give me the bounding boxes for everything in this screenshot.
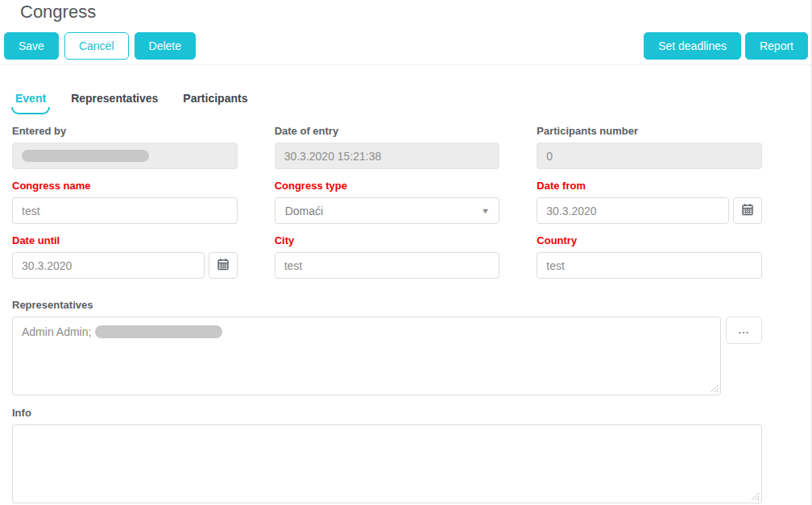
field-entered-by: Entered by: [12, 125, 238, 169]
city-label: City: [275, 234, 500, 246]
toolbar: Save Cancel Delete Set deadlines Report: [0, 32, 812, 60]
date-until-calendar-button[interactable]: [209, 252, 238, 279]
toolbar-left-group: Save Cancel Delete: [4, 32, 196, 60]
field-city: City: [275, 234, 500, 279]
event-form: Entered by Date of entry Participants nu…: [12, 125, 762, 279]
redaction-pill: [22, 150, 149, 162]
redaction-pill: [95, 325, 222, 338]
representatives-textarea[interactable]: Admin Admin;: [12, 317, 721, 395]
date-until-group: [12, 252, 238, 279]
participants-number-field: [536, 143, 762, 169]
participants-number-label: Participants number: [536, 125, 762, 137]
info-label: Info: [12, 407, 762, 419]
representatives-row: Admin Admin; ...: [12, 317, 762, 395]
representatives-value: Admin Admin;: [22, 325, 91, 338]
set-deadlines-button[interactable]: Set deadlines: [644, 32, 741, 60]
info-textarea[interactable]: [12, 424, 762, 503]
date-of-entry-label: Date of entry: [275, 125, 500, 137]
entered-by-label: Entered by: [12, 125, 238, 137]
cancel-button[interactable]: Cancel: [64, 32, 129, 60]
congress-name-label: Congress name: [12, 180, 238, 192]
congress-type-selected-value: Domaći: [285, 205, 323, 217]
congress-name-field[interactable]: [12, 197, 238, 224]
date-from-label: Date from: [536, 180, 762, 192]
info-section: Info: [12, 407, 762, 503]
tab-representatives[interactable]: Representatives: [69, 92, 160, 113]
tab-strip: Event Representatives Participants: [0, 65, 812, 113]
country-field[interactable]: [536, 252, 762, 279]
field-congress-name: Congress name: [12, 180, 238, 224]
city-field[interactable]: [275, 252, 500, 279]
date-from-field[interactable]: [536, 197, 729, 224]
resize-grip-icon[interactable]: [751, 492, 760, 501]
calendar-icon: [741, 203, 754, 218]
save-button[interactable]: Save: [4, 32, 59, 60]
entered-by-field: [12, 143, 238, 169]
representatives-label: Representatives: [12, 299, 762, 311]
resize-grip-icon[interactable]: [710, 384, 719, 393]
date-from-group: [536, 197, 762, 224]
field-date-of-entry: Date of entry: [275, 125, 500, 169]
field-date-until: Date until: [12, 234, 238, 279]
chevron-down-icon: ▼: [481, 207, 491, 215]
country-label: Country: [536, 234, 762, 246]
congress-type-label: Congress type: [275, 180, 500, 192]
date-until-label: Date until: [12, 234, 238, 246]
field-congress-type: Congress type Domaći ▼: [275, 180, 500, 224]
form-row-3: Date until City: [12, 234, 762, 279]
calendar-icon: [217, 258, 230, 273]
date-from-calendar-button[interactable]: [733, 197, 762, 224]
representatives-section: Representatives Admin Admin; ...: [12, 299, 762, 395]
field-participants-number: Participants number: [536, 125, 762, 169]
form-row-1: Entered by Date of entry Participants nu…: [12, 125, 762, 169]
report-button[interactable]: Report: [745, 32, 808, 60]
congress-type-select[interactable]: Domaći ▼: [275, 197, 500, 224]
tab-event[interactable]: Event: [14, 92, 48, 113]
tab-participants[interactable]: Participants: [181, 92, 249, 113]
representatives-picker-button[interactable]: ...: [726, 317, 762, 344]
date-until-field[interactable]: [12, 252, 205, 279]
delete-button[interactable]: Delete: [135, 32, 196, 60]
page-title: Congress: [0, 0, 812, 22]
field-date-from: Date from: [536, 180, 762, 224]
field-country: Country: [536, 234, 762, 279]
date-of-entry-field: [275, 143, 500, 169]
toolbar-right-group: Set deadlines Report: [644, 32, 808, 60]
form-row-2: Congress name Congress type Domaći ▼ Dat…: [12, 180, 762, 224]
